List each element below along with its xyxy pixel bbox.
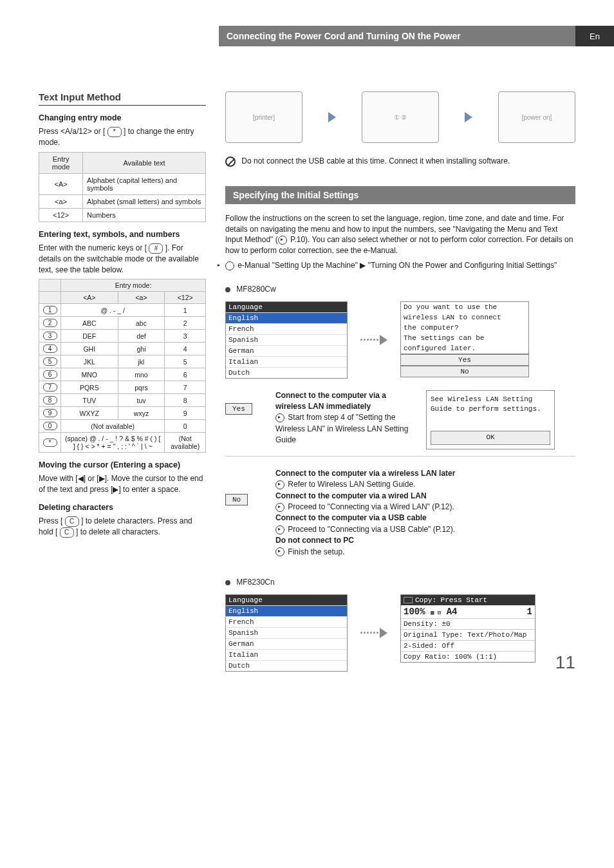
reference-icon <box>225 261 234 270</box>
yes-option-text: Start from step 4 of "Setting the Wirele… <box>275 413 408 444</box>
entering-text-heading: Entering text, symbols, and numbers <box>39 230 206 239</box>
numeric-key-icon: 9 <box>43 409 57 417</box>
no-opt4-h: Do not connect to PC <box>275 536 354 545</box>
copy-screen-lcd: Copy: Press Start 100% ▦ ⊟ A4 1 Density:… <box>400 594 535 663</box>
printer-illustration-2: ① ② <box>362 91 439 143</box>
text-input-heading: Text Input Method <box>39 91 206 106</box>
numeric-key-icon: 8 <box>43 396 57 404</box>
yes-option-heading: Connect to the computer via a wireless L… <box>275 391 386 411</box>
moving-cursor-text: Move with [◀] or [▶]. Move the cursor to… <box>39 473 206 495</box>
reference-icon <box>275 413 284 422</box>
no-opt4-t: Finish the setup. <box>288 547 344 556</box>
initial-settings-intro: Follow the instructions on the screen to… <box>225 213 575 256</box>
changing-entry-mode-text: Press <A/a/12> or [ * ] to change the en… <box>39 126 206 148</box>
wireless-prompt-lcd: Do you want to use the wireless LAN to c… <box>400 301 529 354</box>
wireless-lan-setting-lcd: See Wireless LAN Setting Guide to perfor… <box>426 390 555 449</box>
numeric-key-icon: 1 <box>43 306 57 314</box>
language-tab: En <box>575 26 614 46</box>
numeric-key-icon: * <box>43 439 57 447</box>
no-usb-note: Do not connect the USB cable at this tim… <box>225 156 575 167</box>
numeric-key-icon: 4 <box>43 344 57 353</box>
language-lcd-2: Language English FrenchSpanishGermanItal… <box>225 594 348 672</box>
emanual-ref: e-Manual "Setting Up the Machine" ▶ "Tur… <box>225 260 575 271</box>
changing-entry-mode-heading: Changing entry mode <box>39 113 206 122</box>
star-key-icon: * <box>107 127 122 137</box>
no-opt1-h: Connect to the computer via a wireless L… <box>275 469 455 478</box>
lcd-ok-button[interactable]: OK <box>431 431 550 444</box>
entering-text-para: Enter with the numeric keys or [ # ]. Fo… <box>39 243 206 276</box>
no-opt3-t: Proceed to "Connecting via a USB Cable" … <box>288 525 455 534</box>
copy-icon <box>404 597 413 603</box>
dotted-arrow-icon <box>360 628 387 638</box>
top-section-title: Connecting the Power Cord and Turning ON… <box>219 26 575 46</box>
reference-icon <box>275 480 284 489</box>
numeric-key-icon: 2 <box>43 319 57 327</box>
numeric-key-icon: 7 <box>43 383 57 392</box>
no-branch-button: No <box>225 494 248 505</box>
reference-icon <box>275 547 284 556</box>
printer-illustration-1: [printer] <box>225 91 302 143</box>
model-label-1: MF8280Cw <box>225 284 575 295</box>
deleting-chars-text: Press [ C ] to delete characters. Press … <box>39 516 206 538</box>
reference-icon <box>278 236 287 245</box>
deleting-chars-heading: Deleting characters <box>39 503 206 512</box>
language-lcd-1: Language English FrenchSpanishGermanItal… <box>225 301 348 379</box>
reference-icon <box>275 503 284 512</box>
bullet-icon <box>225 580 230 585</box>
numeric-key-icon: 3 <box>43 332 57 340</box>
printer-illustration-3: [power on] <box>498 91 575 143</box>
key-character-table: Entry mode: <A><a><12> 1@ . - _ /12ABCab… <box>39 279 206 453</box>
no-opt2-t: Proceed to "Connecting via a Wired LAN" … <box>288 502 454 511</box>
page-number: 11 <box>555 652 575 673</box>
c-key-icon-2: C <box>60 527 74 538</box>
initial-settings-heading: Specifying the Initial Settings <box>225 186 575 204</box>
prohibit-icon <box>225 156 236 167</box>
numeric-key-icon: 6 <box>43 370 57 379</box>
no-opt2-h: Connect to the computer via a wired LAN <box>275 491 427 500</box>
bullet-icon <box>225 287 230 292</box>
numeric-key-icon: 5 <box>43 357 57 366</box>
arrow-icon <box>465 112 472 122</box>
no-opt3-h: Connect to the computer via a USB cable <box>275 513 427 522</box>
c-key-icon: C <box>65 516 79 527</box>
model-label-2: MF8230Cn <box>225 577 575 588</box>
moving-cursor-heading: Moving the cursor (Entering a space) <box>39 460 206 469</box>
entry-mode-table: Entry modeAvailable text <A>Alphabet (ca… <box>39 152 206 222</box>
dotted-arrow-icon <box>360 335 387 345</box>
setup-figure-row: [printer] ① ② [power on] <box>225 91 575 143</box>
numeric-key-icon: 0 <box>43 422 57 430</box>
lcd-no-button[interactable]: No <box>400 366 529 377</box>
arrow-icon <box>328 112 336 122</box>
yes-branch-button: Yes <box>225 403 252 415</box>
hash-key-icon: # <box>149 243 163 254</box>
no-opt1-t: Refer to Wireless LAN Setting Guide. <box>288 480 415 489</box>
lcd-yes-button[interactable]: Yes <box>400 354 529 366</box>
reference-icon <box>275 525 284 534</box>
